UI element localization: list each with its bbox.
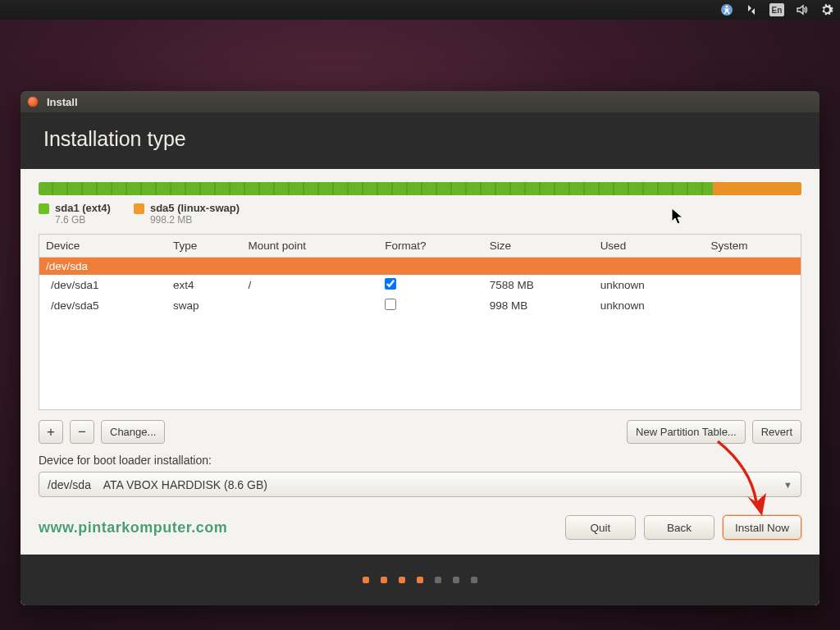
legend-label: sda5 (linux-swap)	[150, 202, 240, 214]
window-title: Install	[47, 96, 78, 108]
progress-dot	[453, 577, 459, 583]
bootloader-label: Device for boot loader installation:	[39, 454, 801, 467]
col-mount[interactable]: Mount point	[242, 235, 379, 258]
cell-system	[704, 295, 801, 316]
cell-type: swap	[167, 295, 241, 316]
cell-mount: /	[242, 275, 379, 295]
progress-dot	[363, 577, 369, 583]
window-content: sda1 (ext4)7.6 GBsda5 (linux-swap)998.2 …	[21, 169, 819, 605]
system-menubar: En	[0, 0, 840, 20]
cell-size: 7588 MB	[483, 275, 594, 295]
page-title: Installation type	[43, 127, 797, 151]
table-row[interactable]: /dev/sda5swap998 MBunknown	[39, 295, 801, 316]
legend-swatch	[134, 203, 144, 214]
new-partition-table-button[interactable]: New Partition Table...	[627, 420, 746, 444]
cell-used: unknown	[594, 275, 705, 295]
legend-label: sda1 (ext4)	[55, 202, 111, 214]
cell-mount	[242, 295, 379, 316]
cell-type: ext4	[167, 275, 241, 295]
col-size[interactable]: Size	[483, 235, 594, 258]
install-now-button[interactable]: Install Now	[723, 515, 801, 540]
partition-toolbar: + − Change... New Partition Table... Rev…	[39, 420, 801, 444]
partition-bar	[39, 182, 801, 195]
keyboard-layout-indicator[interactable]: En	[769, 3, 784, 16]
partition-segment-ext4	[39, 182, 713, 195]
progress-dot	[399, 577, 405, 583]
partition-segment-swap	[713, 182, 801, 195]
cursor-icon	[671, 208, 685, 230]
cell-used: unknown	[594, 295, 705, 316]
add-partition-button[interactable]: +	[39, 420, 63, 444]
bootloader-device-combo[interactable]: /dev/sda ATA VBOX HARDDISK (8.6 GB) ▼	[39, 472, 801, 497]
col-used[interactable]: Used	[594, 235, 705, 258]
disk-label: /dev/sda	[39, 258, 801, 276]
change-partition-button[interactable]: Change...	[101, 420, 165, 444]
cell-size: 998 MB	[483, 295, 594, 316]
format-checkbox[interactable]	[385, 299, 396, 310]
legend-item: sda1 (ext4)7.6 GB	[39, 202, 111, 226]
install-window: Install Installation type sda1 (ext4)7.6…	[21, 91, 819, 605]
legend-size: 998.2 MB	[150, 214, 240, 226]
gear-icon[interactable]	[820, 3, 833, 16]
cell-format[interactable]	[378, 275, 483, 295]
cell-device: /dev/sda5	[39, 295, 167, 316]
quit-button[interactable]: Quit	[565, 515, 636, 540]
legend-size: 7.6 GB	[55, 214, 111, 226]
partition-legend: sda1 (ext4)7.6 GBsda5 (linux-swap)998.2 …	[39, 202, 801, 226]
back-button[interactable]: Back	[644, 515, 714, 540]
bootloader-device-value: /dev/sda ATA VBOX HARDDISK (8.6 GB)	[48, 478, 267, 491]
cell-system	[704, 275, 801, 295]
wizard-actions: www.pintarkomputer.com Quit Back Install…	[39, 515, 801, 540]
col-system[interactable]: System	[704, 235, 801, 258]
chevron-down-icon: ▼	[783, 480, 792, 490]
partition-table[interactable]: Device Type Mount point Format? Size Use…	[39, 234, 801, 410]
col-type[interactable]: Type	[167, 235, 241, 258]
window-titlebar: Install	[21, 91, 819, 112]
col-format[interactable]: Format?	[378, 235, 483, 258]
progress-dot	[435, 577, 441, 583]
disk-row[interactable]: /dev/sda	[39, 258, 801, 276]
close-icon[interactable]	[27, 96, 39, 107]
wizard-progress-dots	[21, 555, 819, 605]
legend-swatch	[39, 203, 49, 214]
cell-device: /dev/sda1	[39, 275, 167, 295]
format-checkbox[interactable]	[385, 278, 396, 290]
col-device[interactable]: Device	[39, 235, 167, 258]
progress-dot	[471, 577, 477, 583]
volume-icon[interactable]	[796, 3, 809, 16]
remove-partition-button[interactable]: −	[70, 420, 94, 444]
cell-format[interactable]	[378, 295, 483, 316]
progress-dot	[417, 577, 423, 583]
legend-item: sda5 (linux-swap)998.2 MB	[134, 202, 240, 226]
accessibility-icon[interactable]	[720, 3, 733, 16]
watermark-text: www.pintarkomputer.com	[39, 519, 227, 536]
table-row[interactable]: /dev/sda1ext4/7588 MBunknown	[39, 275, 801, 295]
progress-dot	[381, 577, 387, 583]
svg-point-1	[726, 6, 728, 8]
window-header: Installation type	[21, 112, 819, 169]
revert-button[interactable]: Revert	[752, 420, 801, 444]
network-icon[interactable]	[745, 3, 758, 16]
